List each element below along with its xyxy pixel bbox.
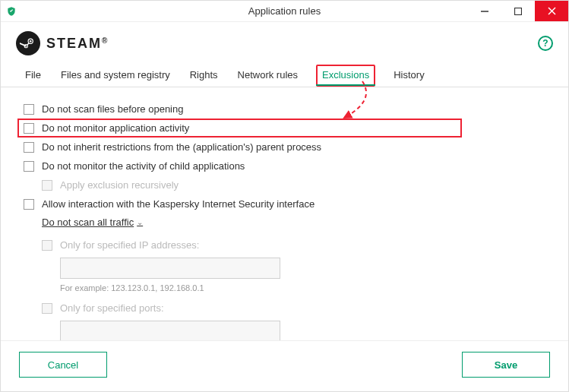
steam-logo: STEAM®: [16, 31, 109, 55]
option-only-ports: Only for specified ports:: [42, 299, 545, 318]
svg-point-6: [30, 40, 32, 43]
label-only-ports: Only for specified ports:: [60, 302, 164, 314]
checkbox-no-inherit[interactable]: [24, 142, 34, 153]
label-only-ip: Only for specified IP addresses:: [60, 239, 199, 251]
ports-input: [60, 321, 280, 340]
app-header: STEAM® ?: [1, 22, 568, 60]
registered-mark: ®: [102, 36, 109, 45]
label-no-monitor-activity: Do not monitor application activity: [42, 122, 189, 134]
svg-rect-1: [515, 8, 522, 14]
checkbox-only-ip: [42, 240, 52, 251]
label-no-scan-traffic: Do not scan all traffic: [42, 217, 134, 228]
option-allow-interaction: Allow interaction with the Kaspersky Int…: [24, 194, 545, 213]
tab-history[interactable]: History: [392, 65, 425, 87]
content-area: Do not scan files before opening Do not …: [1, 87, 568, 340]
steam-icon: [16, 31, 40, 55]
minimize-button[interactable]: [468, 1, 501, 21]
option-no-monitor-child: Do not monitor the activity of child app…: [24, 156, 545, 175]
shield-icon: [5, 5, 17, 17]
app-name: STEAM®: [46, 36, 109, 52]
chevron-down-icon: ⌄: [137, 218, 143, 226]
option-no-inherit-restrictions: Do not inherit restrictions from the (ap…: [24, 138, 545, 156]
tab-network-rules[interactable]: Network rules: [236, 65, 299, 87]
window-controls: [468, 1, 568, 21]
application-rules-window: Application rules STEAM® ? File Files an…: [0, 0, 569, 392]
checkbox-allow-interaction[interactable]: [24, 199, 34, 210]
tab-rights[interactable]: Rights: [188, 65, 220, 87]
option-no-scan-before-open: Do not scan files before opening: [24, 100, 545, 119]
ip-addresses-input: [60, 258, 280, 279]
checkbox-apply-recursively: [42, 180, 52, 191]
option-apply-recursively: Apply exclusion recursively: [42, 175, 545, 194]
label-apply-recursively: Apply exclusion recursively: [60, 179, 179, 191]
titlebar: Application rules: [1, 1, 568, 22]
tab-files-registry[interactable]: Files and system registry: [59, 65, 172, 87]
option-only-ip: Only for specified IP addresses:: [42, 236, 545, 254]
option-no-monitor-activity: Do not monitor application activity: [17, 119, 462, 138]
label-no-monitor-child: Do not monitor the activity of child app…: [42, 160, 245, 172]
close-button[interactable]: [535, 1, 568, 21]
footer: Cancel Save: [1, 340, 568, 391]
checkbox-no-scan-before-open[interactable]: [24, 104, 34, 115]
tabs: File Files and system registry Rights Ne…: [1, 60, 568, 87]
checkbox-no-monitor-activity[interactable]: [24, 123, 34, 134]
label-allow-interaction: Allow interaction with the Kaspersky Int…: [42, 198, 315, 210]
tab-file[interactable]: File: [24, 65, 43, 87]
cancel-button[interactable]: Cancel: [19, 352, 107, 378]
label-no-scan-before-open: Do not scan files before opening: [42, 103, 183, 115]
maximize-button[interactable]: [501, 1, 535, 21]
help-icon[interactable]: ?: [538, 36, 553, 51]
label-no-inherit: Do not inherit restrictions from the (ap…: [42, 141, 321, 153]
checkbox-only-ports: [42, 303, 52, 314]
do-not-scan-traffic-dropdown[interactable]: Do not scan all traffic ⌄: [24, 213, 143, 231]
save-button[interactable]: Save: [462, 352, 550, 378]
checkbox-no-monitor-child[interactable]: [24, 161, 34, 172]
tab-exclusions[interactable]: Exclusions: [316, 65, 375, 87]
ip-hint: For example: 123.123.0.1, 192.168.0.1: [60, 282, 545, 299]
